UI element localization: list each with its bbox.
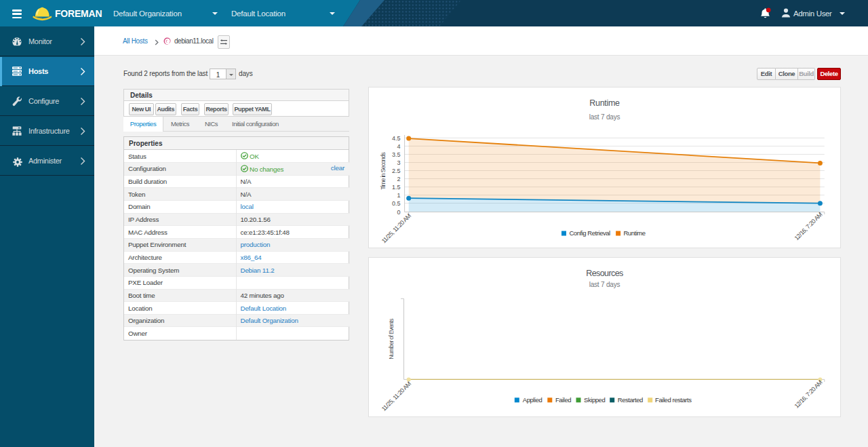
svg-text:Resources: Resources (586, 269, 623, 278)
svg-text:3.5: 3.5 (392, 151, 401, 158)
svg-text:Number of Events: Number of Events (388, 318, 395, 359)
svg-text:12/16, 7:20 AM: 12/16, 7:20 AM (793, 211, 823, 241)
svg-text:Config Retrieval: Config Retrieval (569, 229, 610, 237)
svg-text:Failed restarts: Failed restarts (655, 396, 692, 404)
svg-text:12/16, 7:20 AM: 12/16, 7:20 AM (793, 379, 823, 410)
svg-text:2: 2 (397, 176, 400, 182)
svg-text:last 7 days: last 7 days (589, 281, 620, 288)
svg-text:4.5: 4.5 (392, 135, 401, 142)
svg-text:Restarted: Restarted (618, 396, 643, 404)
svg-text:1: 1 (397, 192, 400, 199)
svg-text:0: 0 (397, 209, 400, 216)
svg-text:Runtime: Runtime (589, 98, 620, 108)
svg-text:3: 3 (397, 159, 400, 166)
svg-text:Time in Seconds: Time in Seconds (380, 152, 387, 190)
svg-text:1.5: 1.5 (392, 184, 401, 191)
svg-text:11/25, 11:20 AM: 11/25, 11:20 AM (380, 212, 412, 244)
svg-text:Failed: Failed (555, 396, 571, 404)
svg-text:11/25, 11:20 AM: 11/25, 11:20 AM (380, 381, 412, 412)
svg-text:4: 4 (397, 143, 400, 150)
svg-text:Runtime: Runtime (623, 229, 645, 237)
svg-text:0.5: 0.5 (392, 200, 401, 207)
svg-text:2.5: 2.5 (392, 168, 401, 174)
svg-text:Skipped: Skipped (584, 396, 605, 404)
svg-text:Applied: Applied (523, 396, 542, 404)
svg-text:last 7 days: last 7 days (589, 113, 620, 121)
